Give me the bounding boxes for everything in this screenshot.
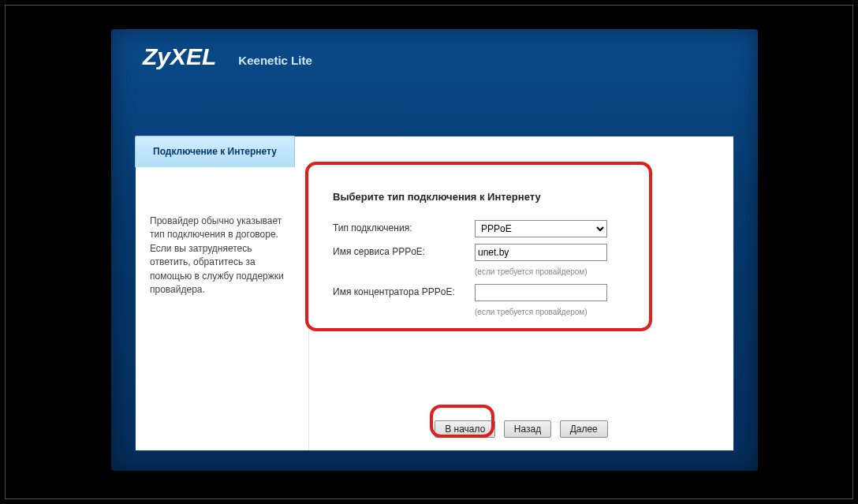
sidebar-help-text: Провайдер обычно указывает тип подключен… [150, 215, 294, 297]
brand-logo: ZyXEL [143, 43, 216, 70]
select-connection-type[interactable]: PPPoE [475, 220, 607, 237]
hint-concentrator-name: (если требуется провайдером) [475, 308, 710, 316]
input-service-name[interactable] [475, 244, 607, 261]
main-panel: Выберите тип подключения к Интернету Тип… [309, 167, 733, 450]
back-button[interactable]: Назад [504, 420, 551, 438]
button-bar: В начало Назад Далее [309, 420, 733, 438]
row-connection-type: Тип подключения: PPPoE [333, 220, 710, 237]
content-box: Подключение к Интернету Провайдер обычно… [135, 136, 734, 451]
next-button[interactable]: Далее [560, 420, 608, 438]
header: ZyXEL Keenetic Lite [111, 29, 758, 84]
label-service-name: Имя сервиса PPPoE: [333, 244, 475, 257]
tab-bar: Подключение к Интернету [135, 136, 295, 167]
input-concentrator-name[interactable] [475, 284, 607, 301]
router-admin-shell: ZyXEL Keenetic Lite Подключение к Интерн… [111, 29, 758, 471]
device-name: Keenetic Lite [238, 54, 311, 67]
row-service-name: Имя сервиса PPPoE: [333, 244, 710, 261]
hint-service-name: (если требуется провайдером) [475, 267, 710, 276]
label-concentrator-name: Имя концентратора PPPoE: [333, 284, 475, 297]
sidebar-help: Провайдер обычно указывает тип подключен… [136, 167, 309, 450]
home-button[interactable]: В начало [435, 420, 495, 438]
screenshot-frame: ZyXEL Keenetic Lite Подключение к Интерн… [5, 5, 853, 499]
row-concentrator-name: Имя концентратора PPPoE: [333, 284, 710, 301]
body-area: Провайдер обычно указывает тип подключен… [136, 167, 733, 450]
tab-internet-connection[interactable]: Подключение к Интернету [135, 136, 295, 167]
label-connection-type: Тип подключения: [333, 220, 475, 233]
section-title: Выберите тип подключения к Интернету [333, 191, 710, 203]
